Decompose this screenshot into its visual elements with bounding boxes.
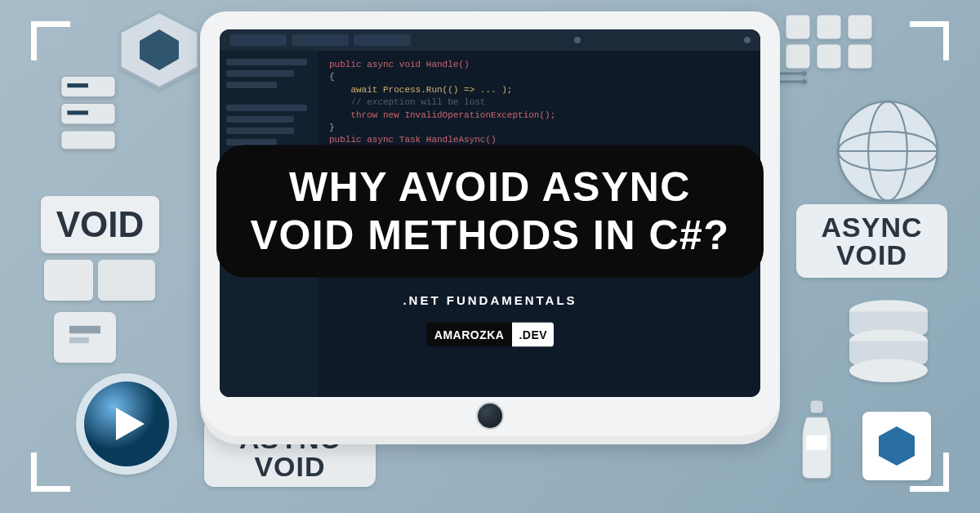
play-button-icon [74,371,180,477]
svg-point-20 [802,79,807,84]
brand-right: .DEV [512,323,554,347]
main-headline: WHY AVOID ASYNC VOID METHODS IN C#? [216,145,764,278]
svg-rect-14 [848,15,872,39]
headline-line-2: VOID METHODS IN C#? [251,212,730,258]
svg-point-19 [802,71,807,76]
svg-rect-6 [67,110,88,114]
svg-rect-13 [817,15,841,39]
svg-rect-16 [817,44,841,69]
hexagon-tile-br-icon [862,412,931,480]
svg-marker-31 [879,426,915,466]
svg-rect-5 [67,83,88,87]
svg-point-28 [849,359,928,382]
editor-tab [354,34,411,46]
hexagon-gem-icon [114,10,204,90]
brand-left: AMAROZKA [426,323,513,347]
svg-rect-12 [786,15,810,39]
monitor-home-button-icon [476,402,504,430]
svg-rect-30 [807,435,827,450]
brand-badge: AMAROZKA .DEV [426,323,554,347]
frame-corner-bl [31,453,70,492]
editor-tab [229,34,287,46]
svg-rect-17 [848,44,872,69]
subtitle: .NET FUNDAMENTALS [403,294,577,306]
server-rack-icon [54,72,122,154]
async-left-line2: VOID [254,453,325,480]
frame-corner-tr [910,21,949,60]
window-control-icon [744,37,751,43]
window-control-icon [574,37,581,43]
editor-tab [292,34,349,46]
svg-rect-29 [811,401,823,413]
headline-line-1: WHY AVOID ASYNC [289,164,691,210]
frame-corner-tl [31,21,70,60]
bottle-icon [792,399,841,480]
headline-group: WHY AVOID ASYNC VOID METHODS IN C#? .NET… [0,145,980,347]
editor-titlebar [220,29,760,51]
